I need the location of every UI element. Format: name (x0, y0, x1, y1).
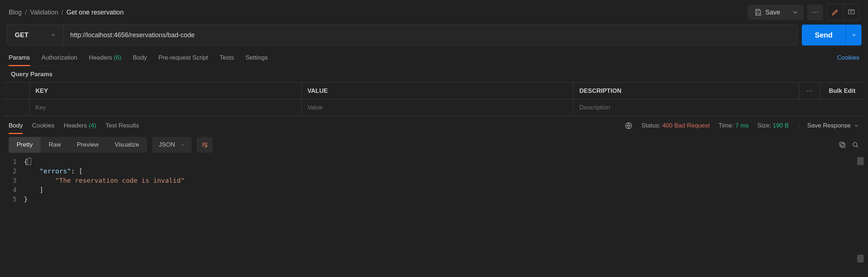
request-tabs: Params Authorization Headers (6) Body Pr… (9, 50, 268, 66)
size-value[interactable]: 190 B (773, 122, 789, 129)
status-message[interactable]: Bad Request (674, 122, 710, 129)
scrollbar-thumb[interactable] (857, 157, 864, 165)
copy-response-button[interactable] (838, 141, 846, 149)
tab-params[interactable]: Params (9, 50, 30, 66)
time-label: Time: (719, 122, 734, 129)
size-label: Size: (757, 122, 771, 129)
tab-response-body[interactable]: Body (9, 118, 23, 134)
send-button-group: Send (802, 25, 861, 46)
ellipsis-icon (811, 8, 819, 16)
tab-response-headers-count: (4) (89, 122, 96, 129)
pencil-icon (831, 8, 839, 16)
request-url-input[interactable] (64, 25, 797, 45)
copy-icon (838, 141, 846, 149)
breadcrumb-sep: / (25, 9, 27, 16)
view-raw[interactable]: Raw (41, 137, 69, 153)
tab-authorization[interactable]: Authorization (42, 50, 77, 66)
send-button[interactable]: Send (802, 25, 846, 46)
view-mode-segment: Pretty Raw Preview Visualize (9, 137, 147, 153)
svg-point-10 (853, 143, 857, 147)
chevron-down-icon (180, 142, 185, 147)
view-preview[interactable]: Preview (69, 137, 106, 153)
tab-tests[interactable]: Tests (220, 50, 234, 66)
chevron-down-icon (791, 8, 799, 16)
breadcrumb-sep: / (61, 9, 63, 16)
wrap-lines-button[interactable] (197, 137, 213, 153)
breadcrumb-current[interactable]: Get one reservation (67, 9, 124, 16)
svg-rect-8 (841, 143, 845, 147)
tab-response-headers[interactable]: Headers (4) (64, 118, 96, 134)
svg-point-4 (807, 90, 808, 91)
drag-column (4, 83, 30, 99)
chevron-down-icon (50, 32, 56, 38)
time-value[interactable]: 7 ms (735, 122, 749, 129)
tab-response-cookies[interactable]: Cookies (32, 118, 54, 134)
svg-point-2 (817, 12, 818, 13)
save-options-button[interactable] (787, 5, 804, 20)
chevron-down-icon (854, 123, 859, 129)
wrap-icon (201, 141, 209, 149)
svg-point-6 (811, 90, 812, 91)
search-icon (851, 141, 859, 149)
svg-point-1 (815, 12, 816, 13)
view-visualize[interactable]: Visualize (107, 137, 147, 153)
save-icon (754, 8, 762, 16)
response-tabs: Body Cookies Headers (4) Test Results (9, 118, 139, 134)
drag-handle[interactable] (4, 99, 30, 116)
save-button-group: Save (748, 5, 804, 20)
tab-settings[interactable]: Settings (246, 50, 268, 66)
param-key-input[interactable] (35, 104, 295, 111)
http-method-select[interactable]: GET (7, 25, 64, 45)
format-select[interactable]: JSON (152, 137, 192, 153)
comment-icon (847, 8, 855, 16)
query-params-table: KEY VALUE DESCRIPTION Bulk Edit (4, 82, 864, 116)
tab-test-results[interactable]: Test Results (106, 118, 139, 134)
tab-headers-count: (6) (114, 54, 122, 61)
comment-button[interactable] (843, 4, 859, 20)
response-body-code: { "errors": [ "The reservation code is i… (4, 156, 864, 277)
column-key: KEY (30, 83, 302, 99)
svg-rect-9 (840, 142, 844, 146)
scrollbar-thumb[interactable] (857, 255, 864, 263)
table-header-row: KEY VALUE DESCRIPTION Bulk Edit (4, 83, 864, 99)
save-label: Save (765, 9, 780, 16)
request-url-group: GET (7, 25, 797, 46)
breadcrumb: Blog / Validation / Get one reservation (9, 9, 124, 16)
tab-response-headers-label: Headers (64, 122, 87, 129)
bulk-edit-button[interactable]: Bulk Edit (820, 83, 864, 99)
line-gutter: 1 2 3 4 5 (4, 157, 22, 204)
table-options-button[interactable] (799, 83, 820, 99)
view-mode-toggle (827, 4, 859, 21)
status-label: Status: (641, 122, 660, 129)
table-row (4, 99, 864, 116)
tab-headers-label: Headers (89, 54, 112, 61)
tab-prerequest[interactable]: Pre-request Script (158, 50, 208, 66)
edit-button[interactable] (827, 4, 843, 20)
tab-body[interactable]: Body (133, 50, 147, 66)
save-response-label: Save Response (807, 122, 851, 129)
tab-headers[interactable]: Headers (6) (89, 50, 122, 66)
breadcrumb-validation[interactable]: Validation (30, 9, 58, 16)
response-body-viewer[interactable]: 1 2 3 4 5 { "errors": [ "The reservation… (4, 156, 864, 277)
svg-rect-3 (848, 10, 854, 14)
http-method-label: GET (15, 31, 29, 39)
query-params-label: Query Params (4, 66, 864, 82)
send-options-button[interactable] (846, 25, 861, 46)
format-label: JSON (159, 141, 175, 148)
view-pretty[interactable]: Pretty (9, 137, 41, 153)
response-status-bar: Status: 400 Bad Request Time: 7 ms Size:… (625, 122, 859, 130)
param-value-input[interactable] (307, 104, 567, 111)
param-desc-input[interactable] (579, 104, 859, 111)
more-actions-button[interactable] (807, 4, 823, 20)
cookies-link[interactable]: Cookies (837, 54, 859, 61)
globe-icon[interactable] (625, 122, 633, 130)
column-value: VALUE (302, 83, 574, 99)
breadcrumb-blog[interactable]: Blog (9, 9, 22, 16)
status-code[interactable]: 400 (662, 122, 672, 129)
save-response-button[interactable]: Save Response (799, 122, 859, 129)
column-description: DESCRIPTION (574, 83, 799, 99)
svg-point-5 (809, 90, 810, 91)
svg-point-0 (812, 12, 813, 13)
search-response-button[interactable] (851, 141, 859, 149)
save-button[interactable]: Save (748, 5, 787, 20)
